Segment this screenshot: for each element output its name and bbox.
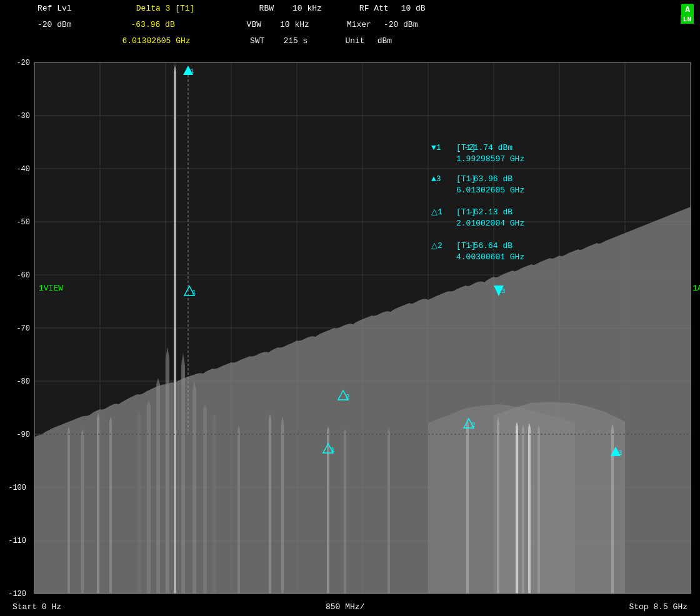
footer-mid: 850 MHz/	[326, 602, 364, 612]
svg-marker-49	[147, 400, 151, 594]
svg-text:-90: -90	[16, 430, 30, 439]
svg-marker-59	[497, 417, 499, 594]
m1-label-txt: ▼1	[431, 143, 441, 152]
m1-freq: 1.99298597 GHz	[456, 154, 524, 164]
svg-marker-68	[516, 422, 518, 594]
header-row2: -20 dBm -63.96 dB VBW 10 kHz Mixer -20 d…	[38, 20, 694, 29]
swt-value: 215 s	[283, 36, 308, 46]
svg-marker-45	[166, 347, 169, 594]
unit-value: dBm	[378, 36, 392, 46]
footer: Start 0 Hz 850 MHz/ Stop 8.5 GHz	[0, 597, 700, 616]
svg-marker-56	[281, 417, 284, 594]
header-row1: Ref Lvl Delta 3 [T1] RBW 10 kHz RF Att 1…	[38, 4, 694, 13]
badge-ln-overlay: LN	[681, 15, 694, 24]
ref-lvl-label: Ref Lvl	[38, 4, 72, 13]
swt-label: SWT	[250, 36, 264, 46]
footer-start: Start 0 Hz	[12, 602, 61, 612]
m3-value: -63.96 dB	[469, 174, 512, 184]
rbw-value: 10 kHz	[292, 4, 322, 13]
1ap-label: 1AP	[692, 284, 700, 293]
svg-marker-57	[327, 427, 329, 594]
unit-label: Unit	[345, 36, 364, 46]
marker1-label: 1	[190, 67, 194, 75]
svg-marker-69	[528, 423, 531, 594]
m3-freq: 6.01302605 GHz	[456, 186, 524, 195]
svg-marker-44	[174, 64, 176, 594]
marker1d-label: 1	[192, 289, 196, 296]
vbw-value: 10 kHz	[280, 20, 309, 29]
svg-text:-40: -40	[16, 165, 30, 174]
header: Ref Lvl Delta 3 [T1] RBW 10 kHz RF Att 1…	[0, 0, 700, 59]
svg-marker-60	[611, 424, 614, 594]
title: Delta 3 [T1]	[109, 4, 222, 13]
svg-marker-50	[203, 403, 207, 594]
marker3-label: 3	[501, 287, 506, 295]
vbw-label: VBW	[247, 20, 261, 29]
svg-marker-63	[238, 425, 240, 594]
footer-stop: Stop 8.5 GHz	[629, 602, 688, 612]
svg-marker-65	[388, 428, 390, 594]
svg-text:-120: -120	[8, 590, 26, 597]
freq-value: 6.01302605 GHz	[100, 36, 212, 46]
svg-marker-55	[269, 414, 271, 594]
svg-marker-66	[522, 424, 524, 594]
m2d-value: -56.64 dB	[469, 241, 512, 251]
svg-text:-110: -110	[8, 537, 26, 545]
rf-att-label: RF Att	[359, 4, 389, 13]
ref-lvl-unit: -20 dBm	[38, 20, 72, 29]
rf-att-value: 10 dB	[401, 4, 426, 13]
m1d-freq: 2.01002004 GHz	[456, 219, 524, 228]
mixer-value: -20 dBm	[384, 20, 418, 29]
svg-marker-47	[156, 378, 160, 594]
svg-marker-46	[181, 353, 185, 594]
mixer-label: Mixer	[347, 20, 371, 29]
m2d-freq: 4.00300601 GHz	[456, 252, 524, 262]
svg-marker-51	[138, 412, 141, 594]
ref-lvl-value: -63.96 dB	[97, 20, 209, 29]
svg-marker-64	[344, 428, 346, 594]
m1d-label-txt: △1	[431, 207, 442, 217]
svg-text:-60: -60	[16, 271, 30, 280]
m1d-value: -62.13 dB	[469, 207, 512, 217]
svg-marker-67	[538, 425, 540, 594]
rbw-label: RBW	[259, 4, 274, 13]
svg-marker-58	[466, 418, 469, 594]
svg-marker-48	[192, 381, 196, 594]
marker3b-label: 3	[618, 449, 622, 457]
svg-marker-53	[97, 412, 99, 594]
marker2d-label: 2	[346, 393, 350, 400]
chart-svg: -20 -30 -40 -50 -60 -70 -80 -90 -100 -11…	[0, 59, 700, 597]
marker1sm-label: 1	[331, 446, 335, 454]
svg-marker-52	[212, 414, 216, 594]
svg-text:-80: -80	[16, 377, 30, 386]
svg-text:-50: -50	[16, 218, 30, 227]
m2d-label-txt: △2	[431, 241, 442, 251]
app: R & S Ref Lvl Delta 3 [T1] RBW 10 kHz RF…	[0, 0, 700, 616]
1view-label: 1VIEW	[39, 284, 63, 293]
svg-marker-62	[81, 429, 84, 594]
svg-marker-54	[109, 417, 112, 594]
svg-text:-100: -100	[8, 484, 26, 492]
svg-text:-30: -30	[16, 112, 30, 121]
m3-label-txt: ▲3	[431, 174, 441, 184]
svg-text:-20: -20	[16, 59, 30, 67]
marker2sm-label: 2	[471, 421, 476, 429]
m1-value: -21.74 dBm	[464, 143, 512, 152]
svg-text:-70: -70	[16, 324, 30, 333]
header-row3: 6.01302605 GHz SWT 215 s Unit dBm	[38, 36, 694, 46]
badge-a-overlay: A	[681, 4, 694, 16]
svg-marker-61	[68, 427, 70, 594]
chart-container: -20 -30 -40 -50 -60 -70 -80 -90 -100 -11…	[0, 59, 700, 597]
